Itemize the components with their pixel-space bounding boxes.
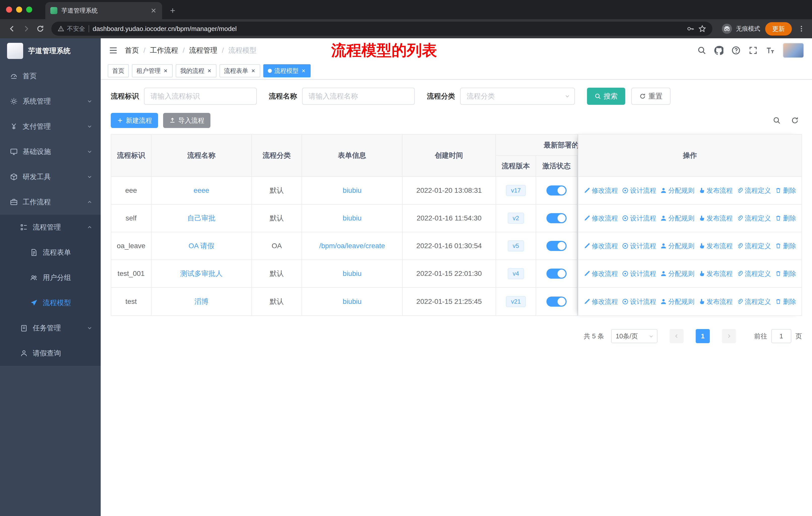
sidebar-item-infra[interactable]: 基础设施 [0,139,101,164]
action-design[interactable]: 设计流程 [622,297,656,306]
forward-button[interactable] [19,22,33,36]
form-info-link[interactable]: biubiu [343,186,362,194]
action-publish[interactable]: 发布流程 [698,297,733,306]
tag-tenant[interactable]: 租户管理 [132,64,173,77]
sidebar-item-home[interactable]: 首页 [0,63,101,89]
action-delete[interactable]: 删除 [775,269,796,278]
tag-process-form[interactable]: 流程表单 [220,64,260,77]
tag-home[interactable]: 首页 [108,64,129,77]
process-name-link[interactable]: 测试多审批人 [180,269,223,278]
address-bar[interactable]: 不安全 dashboard.yudao.iocoder.cn/bpm/manag… [51,22,712,36]
action-publish[interactable]: 发布流程 [698,242,733,250]
active-toggle[interactable] [547,269,567,279]
action-edit[interactable]: 修改流程 [584,214,618,223]
font-size-button[interactable] [766,46,775,55]
sidebar-item-task-mgmt[interactable]: 任务管理 [0,316,101,341]
sidebar-item-devtools[interactable]: 研发工具 [0,164,101,189]
action-delete[interactable]: 删除 [775,186,796,195]
close-icon[interactable] [301,68,306,73]
action-publish[interactable]: 发布流程 [698,269,733,278]
table-search-toggle-icon[interactable] [773,116,781,125]
sidebar-item-payment[interactable]: 支付管理 [0,114,101,139]
github-link[interactable] [714,46,723,55]
process-name-link[interactable]: OA 请假 [188,241,214,251]
process-name-link[interactable]: 滔博 [194,297,208,306]
prev-page-button[interactable] [670,329,684,343]
next-page-button[interactable] [722,329,736,343]
action-design[interactable]: 设计流程 [622,186,656,195]
browser-menu-button[interactable] [796,23,807,34]
window-zoom-button[interactable] [26,6,32,12]
sidebar-item-leave-query[interactable]: 请假查询 [0,341,101,366]
action-edit[interactable]: 修改流程 [584,186,618,195]
current-page[interactable]: 1 [696,329,710,343]
action-assign-rule[interactable]: 分配规则 [660,269,694,278]
create-process-button[interactable]: 新建流程 [111,113,158,128]
action-design[interactable]: 设计流程 [622,242,656,250]
action-definition[interactable]: 流程定义 [737,242,771,250]
window-close-button[interactable] [6,6,12,12]
sidebar-item-system[interactable]: 系统管理 [0,89,101,114]
breadcrumb-item[interactable]: 首页 [125,46,139,55]
reset-button[interactable]: 重置 [631,88,671,105]
form-info-link[interactable]: /bpm/oa/leave/create [319,242,385,250]
security-indicator[interactable]: 不安全 [57,25,85,33]
sidebar-collapse-button[interactable] [109,46,118,55]
active-toggle[interactable] [547,213,567,223]
action-assign-rule[interactable]: 分配规则 [660,186,694,195]
action-assign-rule[interactable]: 分配规则 [660,297,694,306]
window-minimize-button[interactable] [16,6,22,12]
action-definition[interactable]: 流程定义 [737,297,771,306]
action-delete[interactable]: 删除 [775,242,796,250]
form-info-link[interactable]: biubiu [343,270,362,278]
tag-my-process[interactable]: 我的流程 [176,64,216,77]
action-design[interactable]: 设计流程 [622,269,656,278]
table-refresh-icon[interactable] [791,116,799,125]
sidebar-item-workflow[interactable]: 工作流程 [0,189,101,215]
process-name-link[interactable]: eeee [194,186,209,194]
search-button[interactable]: 搜索 [587,88,625,105]
action-publish[interactable]: 发布流程 [698,186,733,195]
action-delete[interactable]: 删除 [775,214,796,223]
action-edit[interactable]: 修改流程 [584,297,618,306]
action-publish[interactable]: 发布流程 [698,214,733,223]
user-avatar[interactable] [783,43,804,58]
back-button[interactable] [5,22,19,36]
action-definition[interactable]: 流程定义 [737,269,771,278]
password-key-icon[interactable] [687,25,695,33]
new-tab-button[interactable] [166,4,179,17]
breadcrumb-item[interactable]: 工作流程 [139,46,178,55]
active-toggle[interactable] [547,241,567,251]
active-toggle[interactable] [547,185,567,195]
action-edit[interactable]: 修改流程 [584,269,618,278]
header-search-button[interactable] [697,46,706,55]
sidebar-item-process-mgmt[interactable]: 流程管理 [0,215,101,240]
goto-page-input[interactable] [771,329,791,343]
fullscreen-button[interactable] [749,46,758,55]
process-name-input[interactable] [302,88,415,105]
action-edit[interactable]: 修改流程 [584,242,618,250]
page-size-select[interactable] [611,329,658,343]
category-select[interactable] [460,88,575,105]
browser-tab[interactable]: 芋道管理系统 [45,2,162,19]
sidebar-item-process-model[interactable]: 流程模型 [0,290,101,316]
sidebar-item-user-group[interactable]: 用户分组 [0,265,101,290]
process-id-input[interactable] [144,88,257,105]
reload-button[interactable] [33,22,47,36]
form-info-link[interactable]: biubiu [343,298,362,306]
action-delete[interactable]: 删除 [775,297,796,306]
help-button[interactable] [731,46,741,55]
sidebar-item-process-form[interactable]: 流程表单 [0,240,101,265]
tag-process-model[interactable]: 流程模型 [263,64,311,77]
action-assign-rule[interactable]: 分配规则 [660,242,694,250]
close-icon[interactable] [163,68,168,73]
action-design[interactable]: 设计流程 [622,214,656,223]
action-definition[interactable]: 流程定义 [737,186,771,195]
import-process-button[interactable]: 导入流程 [163,113,210,128]
process-name-link[interactable]: 自己审批 [187,213,215,223]
browser-update-button[interactable]: 更新 [765,22,792,35]
action-definition[interactable]: 流程定义 [737,214,771,223]
tab-close-icon[interactable] [150,7,157,14]
breadcrumb-item[interactable]: 流程管理 [178,46,218,55]
incognito-indicator[interactable]: 无痕模式 [721,23,760,34]
